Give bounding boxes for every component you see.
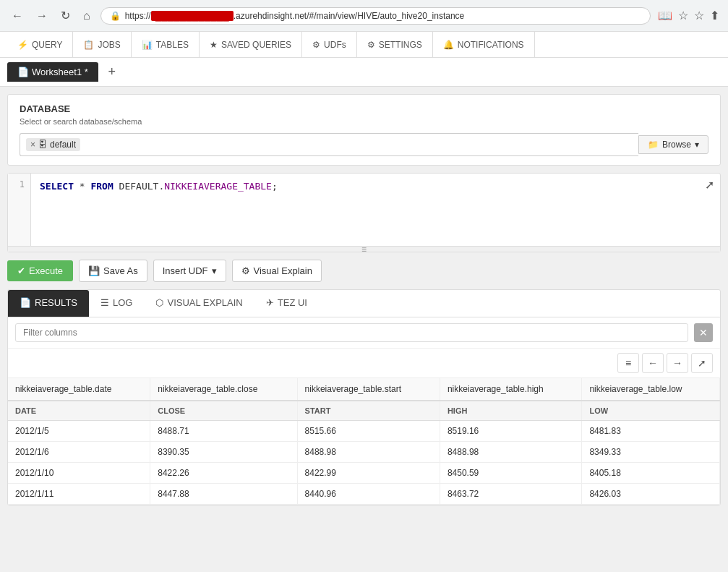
insert-udf-label: Insert UDF xyxy=(163,265,208,276)
worksheet-tab-1[interactable]: 📄 Worksheet1 * xyxy=(7,62,98,82)
query-plain-3: ; xyxy=(272,181,278,192)
execute-label: Execute xyxy=(29,265,63,276)
filter-clear-button[interactable]: ✕ xyxy=(694,323,713,342)
folder-icon: 📁 xyxy=(648,140,659,150)
columns-toggle-button[interactable]: ≡ xyxy=(617,353,639,373)
url-bar[interactable]: 🔒 https://████████████.azurehdinsight.ne… xyxy=(100,7,651,25)
database-title: DATABASE xyxy=(20,103,708,114)
nav-label-settings: SETTINGS xyxy=(379,40,422,50)
udfs-icon: ⚙ xyxy=(312,40,320,50)
insert-udf-button[interactable]: Insert UDF ▾ xyxy=(153,260,226,282)
prev-page-button[interactable]: ← xyxy=(642,353,664,373)
nav-label-jobs: JOBS xyxy=(98,40,120,50)
tag-close-icon[interactable]: × xyxy=(30,140,35,150)
cell-low-2: 8405.18 xyxy=(582,463,720,484)
star-icon[interactable]: ☆ xyxy=(678,9,688,22)
nav-label-udfs: UDFs xyxy=(324,40,346,50)
cell-close-1: 8390.35 xyxy=(150,442,297,463)
line-numbers: 1 xyxy=(8,174,31,246)
tab-log[interactable]: ☰ LOG xyxy=(89,290,144,317)
expand-results-button[interactable]: ➚ xyxy=(691,353,713,373)
close-icon: ✕ xyxy=(699,327,708,338)
subheader-date: DATE xyxy=(8,401,150,421)
cell-start-2: 8422.99 xyxy=(297,463,440,484)
cell-start-3: 8440.96 xyxy=(297,484,440,505)
table-controls: ≡ ← → ➚ xyxy=(8,349,720,378)
save-as-button[interactable]: 💾 Save As xyxy=(79,260,147,282)
worksheet-tab-label: Worksheet1 * xyxy=(32,67,88,77)
cell-date-3: 2012/1/11 xyxy=(8,484,150,505)
cell-high-2: 8450.59 xyxy=(440,463,582,484)
col-header-close: nikkeiaverage_table.close xyxy=(150,378,297,401)
save-as-label: Save As xyxy=(103,265,138,276)
database-tag-input[interactable]: × 🗄 default xyxy=(20,133,638,156)
cell-close-3: 8447.88 xyxy=(150,484,297,505)
filter-row: ✕ xyxy=(8,317,720,349)
results-tab-icon: 📄 xyxy=(20,297,31,308)
nav-label-tables: TABLES xyxy=(156,40,189,50)
tab-results[interactable]: 📄 RESULTS xyxy=(8,290,89,317)
table-row: 2012/1/11 8447.88 8440.96 8463.72 8426.0… xyxy=(8,484,720,505)
nav-item-tables[interactable]: 📊 TABLES xyxy=(132,32,200,58)
next-page-button[interactable]: → xyxy=(667,353,688,373)
execute-button[interactable]: ✔ Execute xyxy=(7,260,73,281)
home-button[interactable]: ⌂ xyxy=(80,7,93,25)
cell-high-1: 8488.98 xyxy=(440,442,582,463)
nav-label-saved-queries: SAVED QUERIES xyxy=(221,40,291,50)
table-row: 2012/1/10 8422.26 8422.99 8450.59 8405.1… xyxy=(8,463,720,484)
lock-icon: 🔒 xyxy=(110,11,121,21)
visual-explain-label: Visual Explain xyxy=(254,265,312,276)
nav-item-saved-queries[interactable]: ★ SAVED QUERIES xyxy=(200,32,302,58)
add-worksheet-button[interactable]: + xyxy=(103,63,121,82)
query-plain-1: * xyxy=(74,181,90,192)
cell-high-3: 8463.72 xyxy=(440,484,582,505)
columns-icon: ≡ xyxy=(625,357,631,369)
back-button[interactable]: ← xyxy=(9,7,26,25)
keyword-from: FROM xyxy=(90,181,113,192)
results-tab-label: RESULTS xyxy=(35,297,77,308)
data-table: nikkeiaverage_table.date nikkeiaverage_t… xyxy=(8,378,720,505)
nav-item-udfs[interactable]: ⚙ UDFs xyxy=(302,32,357,58)
cell-high-0: 8519.16 xyxy=(440,421,582,442)
col-header-start: nikkeiaverage_table.start xyxy=(297,378,440,401)
chevron-down-icon: ▾ xyxy=(695,140,699,150)
keyword-select: SELECT xyxy=(40,181,74,192)
reading-list-icon[interactable]: ☆ xyxy=(694,9,704,22)
reload-button[interactable]: ↻ xyxy=(58,6,73,25)
cell-close-2: 8422.26 xyxy=(150,463,297,484)
forward-button[interactable]: → xyxy=(33,7,51,25)
worksheet-icon: 📄 xyxy=(17,67,29,77)
checkmark-icon: ✔ xyxy=(17,265,25,276)
nav-item-settings[interactable]: ⚙ SETTINGS xyxy=(357,32,433,58)
cell-start-1: 8488.98 xyxy=(297,442,440,463)
log-tab-label: LOG xyxy=(113,297,132,308)
browse-button[interactable]: 📁 Browse ▾ xyxy=(638,135,708,154)
bookmarks-icon[interactable]: 📖 xyxy=(658,9,672,22)
url-text: https://████████████.azurehdinsight.net/… xyxy=(125,11,641,21)
query-code-area[interactable]: SELECT * FROM DEFAULT.NIKKEIAVERAGE_TABL… xyxy=(31,174,720,246)
cell-low-0: 8481.83 xyxy=(582,421,720,442)
cell-close-0: 8488.71 xyxy=(150,421,297,442)
browse-label: Browse xyxy=(662,140,691,150)
tables-icon: 📊 xyxy=(142,40,153,50)
dropdown-arrow-icon: ▾ xyxy=(212,265,217,276)
top-navigation: ⚡ QUERY 📋 JOBS 📊 TABLES ★ SAVED QUERIES … xyxy=(0,32,728,58)
share-icon[interactable]: ⬆ xyxy=(710,9,719,22)
tab-visual-explain[interactable]: ⬡ VISUAL EXPLAIN xyxy=(144,290,254,317)
tab-tez-ui[interactable]: ✈ TEZ UI xyxy=(254,290,319,317)
filter-columns-input[interactable] xyxy=(15,323,688,342)
browser-chrome: ← → ↻ ⌂ 🔒 https://████████████.azurehdin… xyxy=(0,0,728,32)
settings-icon: ⚙ xyxy=(367,40,375,50)
expand-button[interactable]: ➚ xyxy=(705,178,714,192)
nav-item-query[interactable]: ⚡ QUERY xyxy=(7,32,73,58)
nav-item-notifications[interactable]: 🔔 NOTIFICATIONS xyxy=(433,32,535,58)
cell-date-0: 2012/1/5 xyxy=(8,421,150,442)
worksheet-tabs: 📄 Worksheet1 * + xyxy=(0,58,728,87)
subheader-start: START xyxy=(297,401,440,421)
browser-actions: 📖 ☆ ☆ ⬆ xyxy=(658,9,719,22)
nav-item-jobs[interactable]: 📋 JOBS xyxy=(73,32,131,58)
tez-ui-tab-label: TEZ UI xyxy=(278,297,307,308)
resize-handle[interactable]: ≡ xyxy=(8,246,720,252)
cell-start-0: 8515.66 xyxy=(297,421,440,442)
visual-explain-button[interactable]: ⚙ Visual Explain xyxy=(232,260,322,282)
